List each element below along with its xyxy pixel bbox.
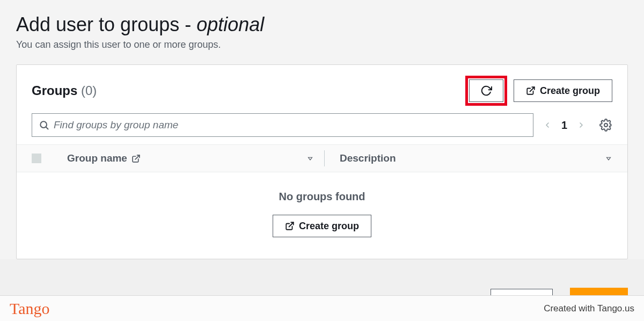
column-description[interactable]: Description [325, 152, 612, 164]
pager: 1 [543, 119, 612, 132]
settings-icon[interactable] [599, 119, 612, 132]
previous-button-peek[interactable] [491, 289, 553, 295]
svg-marker-6 [607, 157, 611, 160]
column-group-name[interactable]: Group name [67, 152, 325, 164]
next-button-peek[interactable] [570, 288, 628, 295]
empty-state: No groups found Create group [17, 172, 627, 259]
panel-header: Groups (0) Create group [17, 65, 627, 113]
pager-next-icon[interactable] [577, 119, 586, 132]
column-desc-label: Description [340, 152, 396, 164]
svg-point-3 [604, 123, 608, 127]
external-icon [131, 154, 141, 163]
create-group-button[interactable]: Create group [514, 79, 612, 102]
search-input-wrap[interactable] [32, 113, 533, 137]
svg-line-4 [135, 155, 140, 159]
sort-icon[interactable] [306, 155, 314, 162]
svg-line-0 [530, 87, 534, 91]
groups-panel: Groups (0) Create group [16, 64, 628, 259]
create-group-button-empty[interactable]: Create group [273, 215, 371, 237]
search-input[interactable] [54, 119, 526, 131]
pager-page: 1 [561, 119, 567, 132]
footer-credit: Created with Tango.us [544, 303, 634, 314]
title-optional: optional [196, 13, 264, 35]
create-group-label: Create group [540, 85, 600, 97]
search-row: 1 [17, 113, 627, 144]
pager-prev-icon[interactable] [543, 119, 552, 132]
panel-title: Groups (0) [32, 83, 97, 98]
external-icon [285, 221, 295, 231]
page-subtitle: You can assign this user to one or more … [16, 39, 628, 50]
sort-icon[interactable] [605, 155, 612, 162]
column-group-label: Group name [67, 152, 127, 164]
empty-message: No groups found [17, 191, 627, 203]
panel-title-text: Groups [32, 83, 77, 98]
svg-line-2 [46, 127, 48, 129]
svg-marker-5 [309, 157, 312, 160]
page-title: Add user to groups - optional [16, 13, 628, 36]
refresh-icon [480, 85, 492, 97]
tango-footer: Tango Created with Tango.us [0, 295, 644, 321]
panel-actions: Create group [465, 76, 612, 106]
search-icon [39, 120, 49, 130]
external-icon [526, 86, 536, 96]
tango-highlight [465, 76, 507, 106]
table-header: Group name Description [17, 144, 627, 172]
svg-line-7 [289, 222, 293, 227]
tango-logo: Tango [10, 300, 50, 318]
title-prefix: Add user to groups - [16, 13, 196, 35]
refresh-button[interactable] [469, 79, 503, 102]
create-group-empty-label: Create group [299, 221, 359, 232]
select-all-checkbox[interactable] [32, 154, 41, 163]
panel-count: (0) [81, 83, 97, 98]
